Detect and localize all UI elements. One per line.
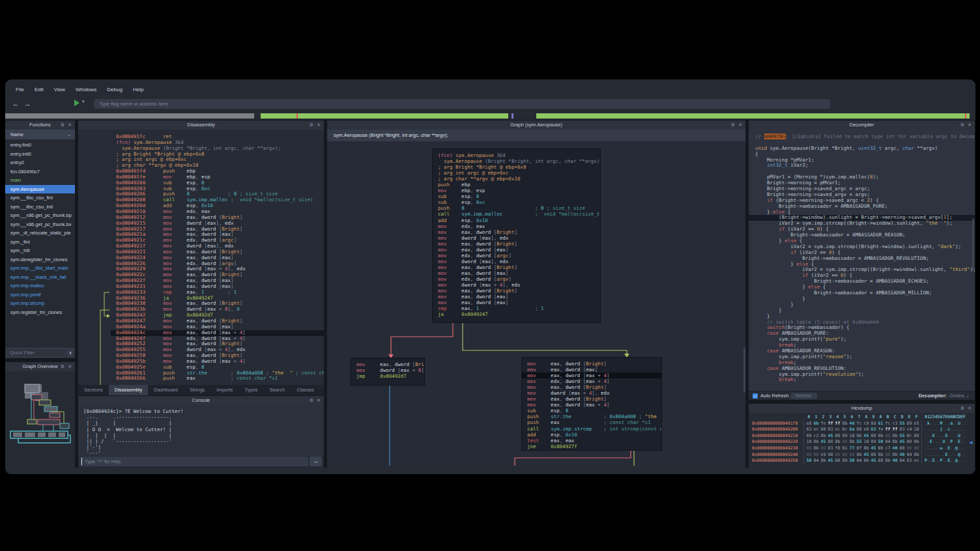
- tab-disassembly[interactable]: Disassembly: [109, 385, 149, 395]
- code-line[interactable]: call sym.imp.strcmp ; int strcmp(const c…: [527, 426, 656, 432]
- tab-search[interactable]: Search: [263, 385, 291, 395]
- graph-node-true-branch[interactable]: mov eax, dword [Bright]mov dword [eax + …: [351, 358, 425, 386]
- function-item[interactable]: sym.imp.strcmp: [5, 299, 75, 308]
- code-line[interactable]: cmp eax, 1 ; 1: [438, 305, 595, 311]
- code-line[interactable]: mov dword [eax], edx: [438, 235, 595, 241]
- function-item[interactable]: sym.__libc_csu_init: [5, 203, 75, 212]
- gear-icon[interactable]: ⚙: [960, 404, 964, 413]
- address-search-input[interactable]: [94, 99, 830, 109]
- close-icon[interactable]: ✕: [968, 120, 972, 130]
- code-line[interactable]: jne 0x804927f: [527, 444, 656, 449]
- console-send-button[interactable]: →: [310, 457, 322, 466]
- hexdump-row[interactable]: 0x0000000008049230008b0083f801770f8b4508…: [749, 445, 975, 452]
- code-line[interactable]: add esp, 0x10: [438, 218, 595, 223]
- code-line[interactable]: // WARNING: [r2ghidra] Failed to match t…: [755, 134, 975, 140]
- function-item[interactable]: sym.imp.__stack_chk_fail: [5, 273, 75, 282]
- code-line[interactable]: mov ebp, esp: [438, 188, 595, 193]
- function-item[interactable]: entry.init0: [5, 150, 75, 159]
- menu-windows[interactable]: Windows: [70, 87, 102, 92]
- code-line[interactable]: mov eax, dword [Bright]: [527, 384, 656, 390]
- code-line[interactable]: mov edx, dword [eax + 4]: [527, 378, 656, 384]
- code-line[interactable]: ; arg char **argv @ ebp+0x10: [438, 176, 595, 182]
- code-line[interactable]: push 8 ; 8 ; size_t size: [438, 205, 595, 211]
- function-item[interactable]: fcn.080490c7: [5, 167, 75, 177]
- code-line[interactable]: push ebp: [438, 182, 595, 188]
- console-input[interactable]: [79, 457, 308, 466]
- function-item[interactable]: sym._init: [5, 246, 75, 255]
- play-dropdown-chevron-icon[interactable]: ▾: [82, 99, 85, 104]
- code-line[interactable]: ; arg Bright *Bright @ ebp+0x8: [438, 164, 595, 170]
- function-item[interactable]: main: [5, 176, 75, 185]
- function-item[interactable]: sym.Aeropause: [5, 185, 75, 194]
- code-line[interactable]: mov eax, dword [Bright]: [438, 288, 595, 294]
- code-line[interactable]: int32_t iVar2;: [755, 163, 975, 169]
- function-item[interactable]: entry.fini0: [5, 141, 75, 150]
- hexdump-row[interactable]: 0x00000000080492400000e9900000008b45088b…: [749, 452, 975, 459]
- function-item[interactable]: sym.imp.__libc_start_main: [5, 264, 75, 273]
- menu-edit[interactable]: Edit: [29, 87, 49, 92]
- code-line[interactable]: add esp, 0x10: [527, 432, 656, 438]
- decompiler-scrollbar[interactable]: [972, 218, 974, 270]
- tab-types[interactable]: Types: [238, 385, 263, 395]
- graph-canvas[interactable]: (fcn) sym.Aeropause 364 sym.Aeropause (B…: [327, 141, 745, 468]
- refresh-button[interactable]: Refresh: [790, 393, 817, 399]
- code-line[interactable]: mov dword [eax + 8], 0: [356, 367, 419, 373]
- memory-map-bar[interactable]: [5, 113, 975, 119]
- function-item[interactable]: sym._dl_relocate_static_pie: [5, 229, 75, 238]
- close-icon[interactable]: ✕: [317, 396, 321, 405]
- code-line[interactable]: mov eax, dword [eax + 4]: [527, 402, 656, 408]
- graph-node-false-branch[interactable]: mov eax, dword [Bright]mov eax, dword [e…: [521, 357, 662, 451]
- code-line[interactable]: mov edx, dword [argv]: [438, 276, 595, 282]
- close-icon[interactable]: ✕: [68, 362, 72, 371]
- code-line[interactable]: mov edx, dword [argc]: [438, 253, 595, 259]
- tab-classes[interactable]: Classes: [291, 385, 320, 395]
- auto-refresh-checkbox[interactable]: ✓: [753, 393, 758, 399]
- hexdump-row[interactable]: 0x0000000008049220108b45088b008b55108950…: [749, 439, 975, 445]
- function-item[interactable]: entry0: [5, 158, 75, 167]
- tab-sections[interactable]: Sections: [78, 385, 109, 395]
- quick-filter-input[interactable]: [6, 348, 66, 358]
- function-item[interactable]: sym._fini: [5, 238, 75, 247]
- code-line[interactable]: mov eax, dword [eax]: [438, 300, 595, 305]
- tab-dashboard[interactable]: Dashboard: [148, 385, 184, 395]
- function-item[interactable]: sym.register_tm_clones: [5, 308, 75, 317]
- code-line[interactable]: }: [755, 302, 975, 308]
- code-line[interactable]: mov eax, dword [eax]: [527, 367, 656, 373]
- code-line[interactable]: mov dword [eax + 4], edx: [438, 282, 595, 288]
- close-icon[interactable]: ✕: [317, 120, 321, 130]
- forward-button[interactable]: →: [22, 98, 33, 109]
- code-line[interactable]: mov eax, dword [Bright]: [527, 361, 656, 367]
- code-line[interactable]: mov eax, dword [eax]: [438, 270, 595, 276]
- code-line[interactable]: break;: [755, 377, 975, 383]
- function-item[interactable]: sym.__x86.get_pc_thunk.bp: [5, 211, 75, 220]
- graph-scrollbar[interactable]: [743, 347, 745, 393]
- hexdump-row[interactable]: 0x000000000804921089c28b450889108b45088b…: [749, 433, 975, 440]
- filter-clear-button[interactable]: x: [66, 348, 74, 358]
- code-line[interactable]: test eax, eax: [527, 438, 656, 444]
- code-line[interactable]: mov eax, dword [eax]: [438, 247, 595, 253]
- code-line[interactable]: 0x08049266 push eax ; const char *s1: [116, 376, 324, 382]
- code-line[interactable]: mov dword [eax + 4], edx: [527, 390, 656, 396]
- close-icon[interactable]: ✕: [968, 404, 972, 413]
- code-line[interactable]: mov eax, dword [Bright]: [438, 229, 595, 235]
- gear-icon[interactable]: ⚙: [61, 362, 65, 371]
- code-line[interactable]: mov eax, dword [Bright]: [356, 361, 419, 367]
- code-line[interactable]: sub esp, 0xc: [438, 199, 595, 205]
- function-item[interactable]: sym.deregister_tm_clones: [5, 255, 75, 264]
- functions-column-header[interactable]: Name⌄: [5, 130, 75, 139]
- code-line[interactable]: sub esp, 8: [527, 408, 656, 414]
- tab-imports[interactable]: Imports: [210, 385, 238, 395]
- code-line[interactable]: sub esp, 8: [438, 193, 595, 199]
- gear-icon[interactable]: ⚙: [960, 120, 964, 130]
- code-line[interactable]: }: [755, 308, 975, 314]
- code-line[interactable]: ja 0x8049247: [438, 311, 595, 317]
- code-line[interactable]: push str.the ; 0x804a008 ; "the " ; cons…: [527, 414, 656, 419]
- code-line[interactable]: mov eax, dword [eax]: [438, 294, 595, 300]
- code-line[interactable]: ; arg int argc @ ebp+0xc: [438, 170, 595, 176]
- menu-help[interactable]: Help: [128, 87, 149, 92]
- code-line[interactable]: mov eax, dword [Bright]: [438, 241, 595, 247]
- hexdump-row[interactable]: 0x000000000804920083ec0883ec0c6a08e863fe…: [749, 427, 975, 433]
- hexdump-row[interactable]: 0x000000000804925050048b45088950048b4508…: [749, 458, 975, 464]
- back-button[interactable]: ←: [10, 98, 21, 109]
- code-line[interactable]: mov eax, dword [eax + 4]: [522, 373, 661, 378]
